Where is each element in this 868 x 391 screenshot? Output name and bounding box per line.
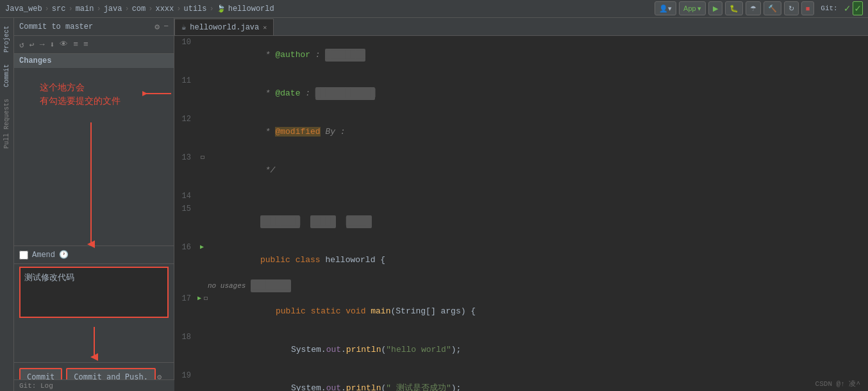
tab-file-icon: ☕ xyxy=(181,22,186,32)
code-view[interactable]: 10 * @author : ████████ 11 * @date : ███… xyxy=(174,36,868,391)
download-icon[interactable]: ⬇ xyxy=(48,38,56,51)
commit-panel-title: Commit to master xyxy=(19,22,93,31)
changes-area: 这个地方会 有勾选要提交的文件 xyxy=(14,68,174,245)
editor-area: ☕ helloworld.java ✕ 10 * @author : █████… xyxy=(174,18,868,391)
breadcrumb-file[interactable]: helloworld xyxy=(228,4,274,13)
debug-button[interactable]: 🐛 xyxy=(725,1,743,15)
run-button[interactable]: ▶ xyxy=(708,1,722,15)
annotation-line2: 有勾选要提交的文件 xyxy=(40,94,121,108)
coverage-button[interactable]: ☂ xyxy=(746,1,761,15)
gutter-13: ◻ xyxy=(197,151,208,164)
watermark: CSDN @↑ 凌^ xyxy=(815,379,860,388)
line-num-18: 18 xyxy=(174,331,197,344)
line-content-10: * @author : ████████ xyxy=(208,36,868,74)
amend-checkbox[interactable] xyxy=(19,251,28,260)
breadcrumb-com[interactable]: com xyxy=(132,4,146,13)
breadcrumb: Java_web › src › main › java › com › xxx… xyxy=(5,4,274,13)
commit-panel-icons: ⚙ − xyxy=(154,22,169,32)
stop-button[interactable]: ■ xyxy=(801,1,815,15)
move-icon[interactable]: → xyxy=(38,38,46,51)
clock-icon: 🕐 xyxy=(59,250,69,260)
group-icon[interactable]: ≡ xyxy=(72,38,79,51)
expand-icon-17[interactable]: ▶ xyxy=(197,292,201,305)
breadcrumb-main[interactable]: main xyxy=(76,4,94,13)
sidebar-tab-pull-requests[interactable]: Pull Requests xyxy=(2,94,12,154)
changes-toolbar: ↺ ↩ → ⬇ 👁 ≡ ≡ xyxy=(14,36,174,54)
file-icon: 🍃 xyxy=(217,4,226,13)
eye-icon[interactable]: 👁 xyxy=(58,38,69,51)
arrow-to-buttons xyxy=(14,324,174,362)
sep6: › xyxy=(176,4,181,13)
commit-panel: Commit to master ⚙ − ↺ ↩ → ⬇ 👁 ≡ ≡ Chang… xyxy=(14,18,174,391)
breadcrumb-utils[interactable]: utils xyxy=(183,4,206,13)
code-line-16: 16 ▶ public class helloworld { xyxy=(174,241,868,279)
git-check-icon: ✓ xyxy=(844,2,851,15)
code-line-18: 18 System.out.println("hello world"); xyxy=(174,331,868,369)
line-content-16: public class helloworld { xyxy=(208,241,868,279)
line-content-15: ████████ ████ ████ xyxy=(208,203,868,241)
sep5: › xyxy=(148,4,153,13)
line-content-13: */ xyxy=(208,151,868,190)
sep1: › xyxy=(45,4,49,13)
commit-minimize-icon[interactable]: − xyxy=(163,22,169,31)
code-line-13: 13 ◻ */ xyxy=(174,151,868,190)
sidebar-tab-project[interactable]: Project xyxy=(2,21,12,58)
editor-tabs: ☕ helloworld.java ✕ xyxy=(174,18,868,36)
line-num-16: 16 xyxy=(174,241,197,254)
commit-settings-icon[interactable]: ⚙ xyxy=(154,22,160,32)
run-config-button[interactable]: App ▾ xyxy=(679,1,706,15)
rollback-icon[interactable]: ↩ xyxy=(28,38,36,51)
breadcrumb-xxxx[interactable]: xxxx xyxy=(155,4,174,13)
gutter-17: ▶ ◻ xyxy=(197,292,208,305)
sidebar-tab-commit[interactable]: Commit xyxy=(2,59,12,92)
code-line-17: 17 ▶ ◻ public static void main(String[] … xyxy=(174,292,868,331)
editor-tab-helloworld[interactable]: ☕ helloworld.java ✕ xyxy=(174,19,274,35)
sep3: › xyxy=(96,4,101,13)
code-line-no-usages: no usages ████████ xyxy=(174,279,868,292)
refresh-icon[interactable]: ↺ xyxy=(18,38,26,51)
changes-label: Changes xyxy=(19,56,51,65)
sep7: › xyxy=(210,4,214,13)
line-content-12: * @modified By : xyxy=(208,113,868,151)
commit-message-area: 测试修改代码 xyxy=(14,263,174,324)
line-content-11: * @date : ████████████ xyxy=(208,74,868,113)
breadcrumb-java[interactable]: java xyxy=(104,4,122,13)
sep4: › xyxy=(124,4,129,13)
code-line-10: 10 * @author : ████████ xyxy=(174,36,868,74)
line-content-17: public static void main(String[] args) { xyxy=(208,292,868,331)
sep2: › xyxy=(68,4,72,13)
down-arrow2-svg xyxy=(88,324,101,362)
commit-panel-header: Commit to master ⚙ − xyxy=(14,18,174,36)
amend-row: Amend 🕐 xyxy=(14,245,174,263)
line-num-11: 11 xyxy=(174,74,197,87)
git-label: Git: xyxy=(817,1,841,15)
bottom-tab-bar[interactable]: Git: Log xyxy=(14,379,174,391)
fold-icon-13[interactable]: ◻ xyxy=(201,151,204,164)
build-button[interactable]: 🔨 xyxy=(764,1,781,15)
expand-icon-16[interactable]: ▶ xyxy=(200,241,204,254)
breadcrumb-src[interactable]: src xyxy=(52,4,66,13)
no-usages-blurred: ████████ xyxy=(251,279,290,292)
editor-tab-label: helloworld.java xyxy=(190,23,259,32)
sidebar-tabs: Project Commit Pull Requests xyxy=(0,18,14,391)
update-button[interactable]: ↻ xyxy=(784,1,799,15)
no-usages-label: no usages xyxy=(208,279,246,292)
user-button[interactable]: 👤▾ xyxy=(655,1,676,15)
code-line-15: 15 ████████ ████ ████ xyxy=(174,203,868,241)
tab-close-icon[interactable]: ✕ xyxy=(263,24,267,31)
line-num-13: 13 xyxy=(174,151,197,164)
line-content-19: System.out.println(" 测试是否成功"); xyxy=(208,369,868,391)
breadcrumb-java-web[interactable]: Java_web xyxy=(5,4,42,13)
commit-message-input[interactable]: 测试修改代码 xyxy=(19,267,169,318)
git-check2-icon[interactable]: ✓ xyxy=(853,1,863,15)
app-label: App xyxy=(683,4,696,12)
annotation-line1: 这个地方会 xyxy=(40,81,121,94)
code-line-19: 19 System.out.println(" 测试是否成功"); xyxy=(174,369,868,391)
top-toolbar: Java_web › src › main › java › com › xxx… xyxy=(0,0,868,18)
filter-icon[interactable]: ≡ xyxy=(82,38,90,51)
code-line-12: 12 * @modified By : xyxy=(174,113,868,151)
line-content-18: System.out.println("hello world"); xyxy=(208,331,868,369)
code-line-11: 11 * @date : ████████████ xyxy=(174,74,868,113)
down-arrow-svg xyxy=(85,119,97,260)
amend-label: Amend xyxy=(32,251,55,260)
